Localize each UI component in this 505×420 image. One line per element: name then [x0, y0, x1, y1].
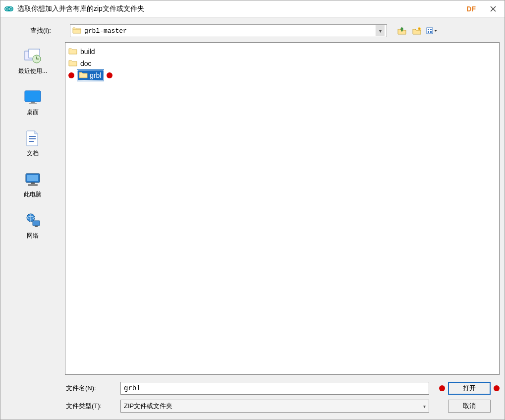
filename-label: 文件名(N): — [65, 384, 114, 393]
folder-up-icon[interactable] — [396, 25, 408, 37]
file-name: doc — [80, 60, 92, 67]
dialog-body: 查找(I): grbl-master ▾ — [0, 17, 505, 420]
place-recent-label: 最近使用... — [18, 67, 47, 75]
filename-input[interactable] — [120, 382, 429, 395]
file-list[interactable]: build doc grbl — [65, 42, 500, 375]
filename-row: 文件名(N): 打开 — [65, 382, 500, 395]
folder-icon — [79, 71, 88, 80]
filetype-combo[interactable]: ZIP文件或文件夹 ▾ — [120, 400, 429, 413]
svg-rect-17 — [29, 136, 36, 137]
look-in-label: 查找(I): — [30, 26, 65, 35]
thispc-icon — [24, 171, 42, 188]
annotation-dot — [494, 385, 500, 391]
new-folder-icon[interactable] — [411, 25, 423, 37]
place-network-label: 网络 — [27, 232, 39, 240]
svg-rect-26 — [35, 226, 38, 227]
bottom-controls: 文件名(N): 打开 文件类型(T): ZIP文件或文件夹 ▾ — [65, 380, 500, 420]
file-name: grbl — [90, 71, 101, 79]
open-button[interactable]: 打开 — [448, 382, 491, 395]
file-item-doc[interactable]: doc — [67, 58, 497, 69]
arduino-icon — [4, 4, 13, 13]
filetype-label: 文件类型(T): — [65, 402, 114, 411]
svg-rect-23 — [28, 184, 38, 186]
annotation-dot — [68, 72, 74, 78]
file-area: build doc grbl — [65, 42, 500, 420]
desktop-icon — [24, 88, 42, 106]
place-recent[interactable]: 最近使用... — [8, 47, 57, 75]
brand-label: DF — [466, 5, 476, 13]
filetype-row: 文件类型(T): ZIP文件或文件夹 ▾ 取消 — [65, 400, 500, 413]
look-in-combo[interactable]: grbl-master ▾ — [70, 24, 387, 37]
chevron-down-icon: ▾ — [423, 404, 426, 409]
documents-icon — [24, 129, 42, 147]
file-open-dialog: 选取你想加入并含有库的zip文件或文件夹 DF 查找(I): grbl-mast… — [0, 0, 505, 420]
place-desktop[interactable]: 桌面 — [8, 88, 57, 117]
place-desktop-label: 桌面 — [27, 108, 39, 117]
network-icon — [24, 212, 42, 230]
svg-point-4 — [10, 8, 12, 10]
annotation-dot — [439, 385, 445, 391]
view-menu-icon[interactable] — [426, 25, 438, 37]
look-in-row: 查找(I): grbl-master ▾ — [0, 17, 505, 42]
place-network[interactable]: 网络 — [8, 212, 57, 240]
places-bar: 最近使用... 桌面 文档 — [0, 42, 65, 420]
svg-rect-9 — [428, 31, 429, 33]
file-name: build — [80, 48, 95, 56]
place-thispc-label: 此电脑 — [24, 190, 42, 199]
place-thispc[interactable]: 此电脑 — [8, 171, 57, 199]
recent-icon — [24, 47, 42, 65]
filetype-value: ZIP文件或文件夹 — [124, 402, 172, 411]
svg-rect-15 — [31, 102, 35, 103]
annotation-dot — [107, 72, 112, 78]
close-button[interactable] — [486, 1, 501, 16]
file-item-grbl[interactable]: grbl — [67, 69, 497, 81]
svg-rect-21 — [27, 175, 38, 181]
look-in-value: grbl-master — [84, 27, 376, 35]
svg-rect-14 — [25, 91, 41, 102]
folder-icon — [68, 47, 77, 57]
svg-rect-16 — [29, 103, 37, 104]
main-row: 最近使用... 桌面 文档 — [0, 42, 505, 420]
folder-icon — [68, 59, 77, 68]
svg-rect-6 — [427, 28, 433, 34]
titlebar: 选取你想加入并含有库的zip文件或文件夹 DF — [0, 0, 505, 17]
folder-icon — [72, 26, 81, 36]
svg-rect-25 — [33, 221, 40, 226]
svg-rect-22 — [31, 182, 35, 184]
svg-rect-19 — [29, 141, 34, 142]
window-title: 选取你想加入并含有库的zip文件或文件夹 — [17, 4, 466, 13]
svg-rect-10 — [430, 31, 432, 33]
titlebar-right: DF — [466, 1, 501, 16]
navigation-toolbar — [396, 25, 438, 37]
file-item-build[interactable]: build — [67, 46, 497, 58]
svg-rect-7 — [428, 29, 429, 30]
svg-point-3 — [6, 8, 8, 10]
svg-rect-18 — [29, 138, 36, 139]
place-documents[interactable]: 文档 — [8, 129, 57, 158]
svg-rect-8 — [430, 29, 432, 30]
chevron-down-icon[interactable]: ▾ — [376, 25, 385, 36]
cancel-button[interactable]: 取消 — [448, 400, 491, 413]
place-documents-label: 文档 — [27, 149, 39, 158]
